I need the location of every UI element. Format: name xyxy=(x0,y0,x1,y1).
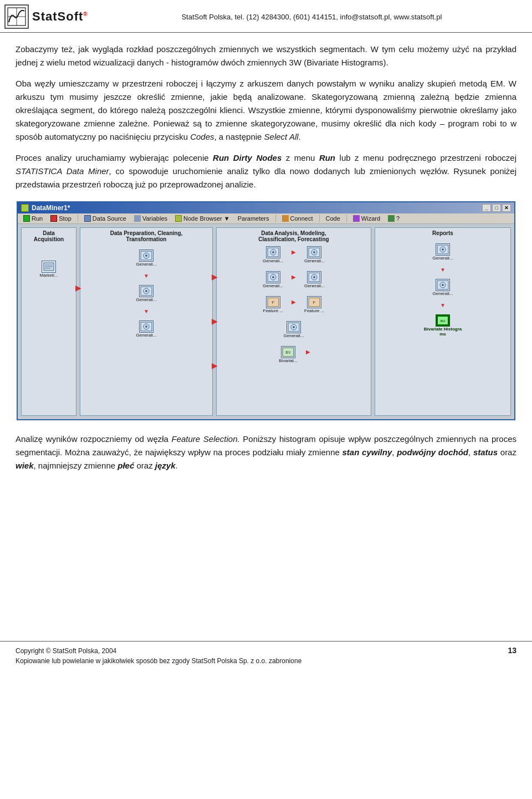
menu-node-browser[interactable]: Node Browser ▼ xyxy=(172,215,233,222)
svg-point-15 xyxy=(145,325,147,328)
node-bivariate-histograms-label: Bivariate Histograms xyxy=(423,327,462,337)
svg-point-24 xyxy=(272,276,274,278)
window-menubar: Run Stop Data Source Variables Node Brow… xyxy=(18,213,514,224)
node-generali-6-label: Generali... xyxy=(284,333,304,338)
status-text: status xyxy=(473,447,498,457)
node-bivariat: BV Bivariat... xyxy=(279,346,297,363)
select-all-text: Select All xyxy=(264,132,299,141)
node-generali-1: Generali... xyxy=(136,250,157,267)
node-marketi-label: Marketi... xyxy=(40,273,58,278)
statistica-text: STATISTICA Data Miner xyxy=(16,166,109,176)
minimize-button[interactable]: _ xyxy=(482,204,491,212)
window-title: DataMiner1* xyxy=(32,204,70,212)
arrow-down-1: ▼ xyxy=(144,273,149,279)
node-generali-5: F Feature ... xyxy=(263,296,283,313)
svg-text:F: F xyxy=(272,300,274,305)
page-header: StatSoft® StatSoft Polska, tel. (12) 428… xyxy=(0,0,532,33)
node-generali-6: Generali... xyxy=(284,321,304,338)
node-bivariate-histograms-icon: BH xyxy=(436,314,450,327)
svg-text:BH: BH xyxy=(441,319,445,323)
window-titlebar: DataMiner1* _ □ ✕ xyxy=(18,202,514,213)
run-menu-text: Run xyxy=(319,153,335,162)
arrow-r-bivariat: ▶ xyxy=(306,349,310,355)
menu-variables[interactable]: Variables xyxy=(131,215,171,222)
acquisition-nodes: Marketi... xyxy=(24,259,74,279)
node-analysis-generali-3: Generali... xyxy=(263,271,283,288)
arrow-r-a3: ▶ xyxy=(291,299,296,305)
panel-reports-label: Reports xyxy=(377,230,508,236)
copyright-text: Copyright © StatSoft Polska, 2004 xyxy=(16,646,301,656)
paragraph-2: Oba węzły umieszczamy w przestrzeni robo… xyxy=(16,77,516,144)
titlebar-left: DataMiner1* xyxy=(21,204,70,212)
node-feature-2-icon: F xyxy=(307,296,321,308)
node-generali-6-icon xyxy=(287,321,301,333)
logo-box xyxy=(4,4,29,29)
node-reports-generali-1-icon xyxy=(436,243,450,256)
preparation-nodes: Generali... ▼ Generali... ▼ Ge xyxy=(83,248,210,339)
paragraph-3: Proces analizy uruchamiamy wybierając po… xyxy=(16,151,516,191)
panel-acquisition: DataAcquisition Marketi... xyxy=(21,227,76,416)
svg-point-27 xyxy=(313,276,315,278)
node-marketi: Marketi... xyxy=(40,261,58,278)
node-analysis-generali-4-label: Generali... xyxy=(304,283,325,288)
svg-text:F: F xyxy=(313,300,316,305)
node-analysis-generali-3-icon xyxy=(266,271,280,283)
menu-help[interactable]: ? xyxy=(385,215,403,222)
statsoft-logo-icon xyxy=(7,7,27,27)
window-controls[interactable]: _ □ ✕ xyxy=(482,204,511,212)
close-button[interactable]: ✕ xyxy=(502,204,511,212)
svg-point-9 xyxy=(145,255,147,257)
arrow-right-4: ▶ xyxy=(212,361,218,370)
node-analysis-generali-1-label: Generali... xyxy=(263,258,283,263)
stan-cywilny-text: stan cywilny xyxy=(342,447,392,457)
node-generali-3: Generali... xyxy=(136,320,157,338)
arrow-r-a1: ▶ xyxy=(291,249,296,255)
menu-parameters[interactable]: Parameters xyxy=(234,215,273,222)
menu-stop[interactable]: Stop xyxy=(47,215,75,222)
reports-nodes: Generali... ▼ Generali... ▼ BH xyxy=(377,242,508,338)
node-generali-3-icon xyxy=(139,320,154,333)
menu-run[interactable]: Run xyxy=(20,215,46,222)
node-reports-generali-2-icon xyxy=(436,279,450,291)
panel-analysis-label: Data Analysis, Modeling,Classification, … xyxy=(219,230,369,242)
node-reports-generali-2-label: Generali... xyxy=(433,291,453,296)
svg-point-18 xyxy=(272,251,274,253)
panel-analysis: Data Analysis, Modeling,Classification, … xyxy=(216,227,371,416)
logo-text: StatSoft® xyxy=(32,9,88,24)
menu-connect[interactable]: Connect xyxy=(279,215,316,222)
arrow-reports-down-1: ▼ xyxy=(440,267,446,273)
node-analysis-generali-2: Generali... xyxy=(304,246,325,263)
arrow-right-1: ▶ xyxy=(75,283,81,292)
jezyk-text: język xyxy=(155,461,176,470)
node-generali-1-label: Generali... xyxy=(136,262,157,267)
window-body: DataAcquisition Marketi... xyxy=(18,224,514,419)
podwojny-dochod-text: podwójny dochód xyxy=(397,447,468,457)
menu-code[interactable]: Code xyxy=(323,215,344,222)
menu-datasource[interactable]: Data Source xyxy=(81,215,130,222)
node-analysis-generali-4: Generali... xyxy=(304,271,325,288)
node-bivariate-histograms: BH Bivariate Histograms xyxy=(423,314,462,337)
node-generali-2-icon xyxy=(139,285,154,297)
panel-preparation: Data Preparation, Cleaning,Transformatio… xyxy=(80,227,213,416)
maximize-button[interactable]: □ xyxy=(492,204,501,212)
menu-wizard[interactable]: Wizard xyxy=(350,215,383,222)
dataminer-window: DataMiner1* _ □ ✕ Run Stop Data Source xyxy=(17,201,515,420)
node-bivariat-label: Bivariat... xyxy=(279,358,297,363)
page-footer: Copyright © StatSoft Polska, 2004 Kopiow… xyxy=(0,641,532,669)
node-generali-5-label: Feature ... xyxy=(263,308,283,313)
svg-point-12 xyxy=(145,290,147,292)
arrow-right-2: ▶ xyxy=(212,272,218,281)
svg-point-42 xyxy=(442,284,444,286)
node-generali-5-icon: F xyxy=(266,296,280,308)
node-generali-2-label: Generali... xyxy=(136,297,157,302)
logo-area: StatSoft® xyxy=(4,4,88,29)
analysis-row-2: Generali... ▶ Generali... xyxy=(261,269,326,290)
main-content: Zobaczymy też, jak wygląda rozkład poszc… xyxy=(0,33,532,486)
analysis-row-1: Generali... ▶ Generali... xyxy=(261,245,326,265)
arrow-reports-down-2: ▼ xyxy=(440,302,446,308)
wiek-text: wiek xyxy=(16,461,34,470)
node-analysis-generali-1-icon xyxy=(266,246,280,258)
paragraph-1: Zobaczymy też, jak wygląda rozkład poszc… xyxy=(16,43,516,69)
window-icon xyxy=(21,204,29,212)
footer-left: Copyright © StatSoft Polska, 2004 Kopiow… xyxy=(16,646,301,666)
